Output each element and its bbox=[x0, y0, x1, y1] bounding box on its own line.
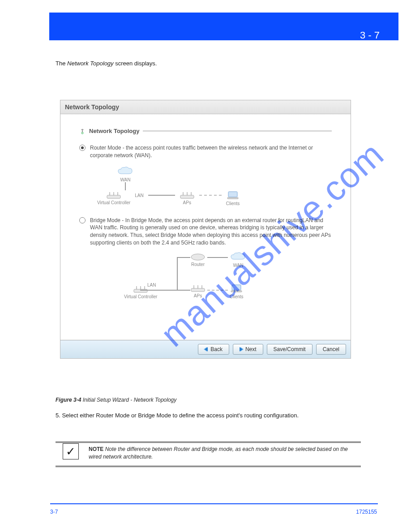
svg-rect-11 bbox=[227, 197, 238, 199]
aps-label: APs bbox=[194, 293, 202, 298]
svg-rect-22 bbox=[231, 291, 242, 292]
clients-label: Clients bbox=[230, 294, 244, 299]
lan-label: LAN bbox=[135, 193, 143, 198]
ap-device-icon bbox=[133, 285, 148, 293]
router-icon bbox=[190, 253, 206, 261]
vc-label: Virtual Controller bbox=[97, 200, 130, 205]
figure-title: Initial Setup Wizard - Network Topology bbox=[81, 397, 176, 403]
cloud-icon bbox=[230, 251, 247, 262]
ap-device-icon bbox=[180, 191, 195, 199]
figure-number: Figure 3-4 bbox=[56, 397, 81, 403]
cancel-button[interactable]: Cancel bbox=[316, 344, 346, 355]
note-body: Note the difference between Router and B… bbox=[89, 446, 348, 460]
back-button[interactable]: Back bbox=[198, 344, 229, 355]
intro-prefix: The bbox=[56, 60, 67, 67]
bridge-mode-diagram: Router WAN Virtual Controller bbox=[97, 253, 332, 311]
wan-label: WAN bbox=[120, 177, 131, 182]
back-label: Back bbox=[210, 346, 223, 352]
note-checkmark-icon: ✓ bbox=[63, 443, 79, 459]
next-button[interactable]: Next bbox=[233, 344, 263, 355]
router-mode-option[interactable]: Router Mode - the access point routes tr… bbox=[79, 144, 332, 159]
footer-doc-id: 1725155 bbox=[356, 509, 377, 515]
figure-caption: Figure 3-4 Initial Setup Wizard - Networ… bbox=[56, 397, 176, 403]
footer-rule bbox=[50, 503, 378, 504]
svg-point-12 bbox=[191, 254, 205, 260]
section-rule bbox=[143, 131, 332, 131]
router-mode-text: Router Mode - the access point routes tr… bbox=[90, 144, 332, 159]
next-arrow-icon bbox=[240, 347, 243, 352]
network-topology-panel: Network Topology Network Topology Router… bbox=[60, 100, 351, 359]
section-title: Network Topology bbox=[89, 128, 139, 134]
wan-label: WAN bbox=[233, 263, 244, 268]
lan-label: LAN bbox=[147, 283, 156, 287]
panel-body: Network Topology Router Mode - the acces… bbox=[60, 114, 351, 340]
note-bottom-rule bbox=[56, 466, 361, 467]
svg-rect-10 bbox=[228, 192, 237, 197]
cancel-label: Cancel bbox=[323, 346, 339, 352]
laptop-icon bbox=[226, 190, 240, 200]
ap-device-icon bbox=[106, 191, 121, 199]
bridge-mode-text: Bridge Mode - In Bridge Mode, the access… bbox=[90, 217, 332, 247]
radio-selected-icon[interactable] bbox=[79, 145, 86, 151]
chapter-number: 3 - 7 bbox=[360, 30, 380, 41]
aps-label: APs bbox=[183, 200, 191, 205]
save-commit-button[interactable]: Save/Commit bbox=[267, 344, 313, 355]
router-mode-diagram: WAN Virtual Controller LAN APs bbox=[97, 166, 332, 206]
cloud-icon bbox=[117, 166, 134, 176]
footer-page: 3-7 bbox=[50, 509, 58, 515]
vc-label: Virtual Controller bbox=[124, 294, 157, 299]
svg-rect-17 bbox=[191, 288, 205, 292]
note-text: NOTE Note the difference between Router … bbox=[89, 446, 353, 461]
antenna-icon bbox=[79, 128, 86, 134]
svg-rect-21 bbox=[232, 285, 241, 290]
section-heading: Network Topology bbox=[79, 128, 332, 134]
save-label: Save/Commit bbox=[274, 346, 306, 352]
ap-device-icon bbox=[190, 284, 206, 292]
bridge-mode-option[interactable]: Bridge Mode - In Bridge Mode, the access… bbox=[79, 217, 332, 247]
note-label: NOTE bbox=[89, 446, 103, 452]
intro-emph: Network Topology bbox=[67, 60, 114, 67]
note-top-rule bbox=[56, 442, 361, 443]
screen-intro: The Network Topology screen displays. bbox=[56, 59, 361, 68]
router-label: Router bbox=[191, 262, 205, 267]
clients-label: Clients bbox=[226, 201, 240, 206]
step-5-text: 5. Select either Router Mode or Bridge M… bbox=[56, 411, 361, 420]
laptop-icon bbox=[230, 283, 243, 293]
intro-suffix: screen displays. bbox=[114, 60, 157, 67]
wizard-footer: Back Next Save/Commit Cancel bbox=[60, 340, 351, 358]
svg-rect-6 bbox=[180, 195, 194, 198]
back-arrow-icon bbox=[205, 347, 208, 352]
radio-unselected-icon[interactable] bbox=[79, 217, 86, 223]
svg-rect-2 bbox=[107, 195, 120, 198]
chapter-header-bar: 3 - 7 bbox=[49, 13, 398, 40]
svg-point-0 bbox=[81, 132, 83, 133]
next-label: Next bbox=[245, 346, 257, 352]
panel-title: Network Topology bbox=[60, 100, 351, 114]
